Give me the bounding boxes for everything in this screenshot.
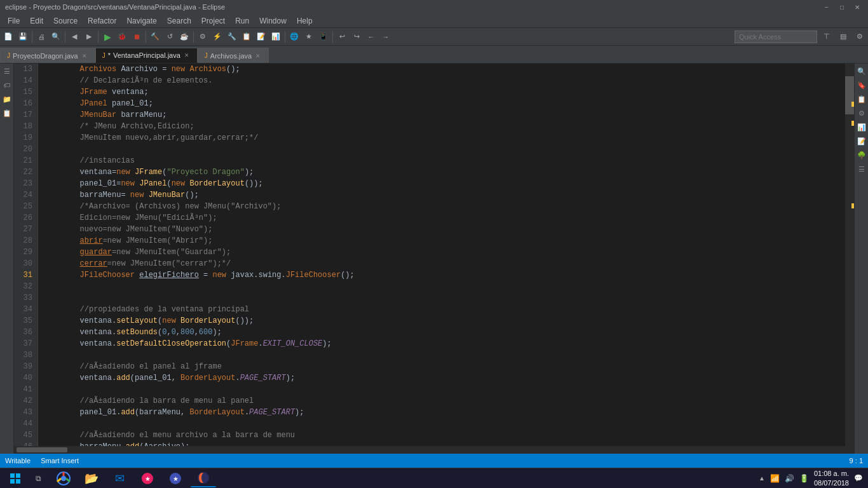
tray-battery[interactable]: 🔋 — [799, 474, 809, 483]
line-num: 15 — [17, 86, 32, 98]
line-num: 25 — [17, 201, 32, 212]
menu-refactor[interactable]: Refactor — [83, 14, 121, 28]
quick-access-input[interactable] — [735, 30, 817, 43]
taskbar-date-text: 08/07/2018 — [814, 478, 849, 487]
toolbar-print[interactable]: 🖨 — [34, 30, 48, 44]
notification-icon[interactable]: 💬 — [854, 474, 863, 482]
right-icon-8[interactable]: ☰ — [857, 164, 867, 174]
status-writable: Writable — [5, 457, 31, 464]
toolbar-view1[interactable]: ⊤ — [820, 30, 834, 44]
right-icon-7[interactable]: 🌳 — [857, 150, 867, 160]
taskbar-eclipse[interactable] — [191, 470, 216, 487]
menu-source[interactable]: Source — [48, 14, 83, 28]
toolbar-prev[interactable]: ◀ — [67, 30, 81, 44]
h-scrollbar[interactable] — [14, 446, 854, 454]
menu-edit[interactable]: Edit — [25, 14, 48, 28]
toolbar-world[interactable]: 🌐 — [287, 30, 301, 44]
right-icon-1[interactable]: 🔍 — [857, 66, 867, 76]
toolbar-misc3[interactable]: 🔧 — [225, 30, 239, 44]
toolbar-misc5[interactable]: 📝 — [254, 30, 268, 44]
line-num: 44 — [17, 418, 32, 430]
toolbar-view3[interactable]: ⚙ — [853, 30, 867, 44]
task-view-button[interactable]: ⧉ — [28, 470, 48, 487]
toolbar-arrow-back[interactable]: ↩ — [335, 30, 349, 44]
menu-navigate[interactable]: Navigate — [121, 14, 161, 28]
menu-file[interactable]: File — [3, 14, 25, 28]
line-num: 34 — [17, 304, 32, 315]
toolbar-build[interactable]: 🔨 — [148, 30, 162, 44]
code-line-46: barraMenu.add(Aarchivo); — [43, 441, 840, 446]
gutter-icon-2[interactable]: 🏷 — [2, 80, 12, 90]
toolbar-view2[interactable]: ▤ — [836, 30, 850, 44]
right-icon-6[interactable]: 📝 — [857, 136, 867, 146]
toolbar-save[interactable]: 💾 — [16, 30, 30, 44]
tray-network[interactable]: 📶 — [770, 474, 780, 483]
toolbar-debug[interactable]: 🐞 — [115, 30, 129, 44]
right-icon-3[interactable]: 📋 — [857, 94, 867, 104]
tray-volume[interactable]: 🔊 — [785, 474, 794, 483]
close-button[interactable]: ✕ — [851, 1, 863, 13]
right-icon-5[interactable]: 📊 — [857, 122, 867, 132]
taskbar-mail[interactable]: ✉ — [107, 470, 132, 487]
status-writable-text: Writable — [5, 457, 31, 464]
taskbar-star1[interactable]: ★ — [135, 470, 160, 487]
toolbar-ref1[interactable]: ↺ — [163, 30, 177, 44]
toolbar-next[interactable]: ▶ — [82, 30, 96, 44]
code-content[interactable]: Archivos Aarchivo = new Archivos(); // D… — [38, 64, 845, 446]
maximize-button[interactable]: □ — [836, 1, 848, 13]
line-num: 43 — [17, 407, 32, 418]
toolbar-ref2[interactable]: ☕ — [177, 30, 191, 44]
right-icon-4[interactable]: ⚙ — [857, 108, 867, 118]
toolbar-run[interactable]: ▶ — [100, 30, 114, 44]
toolbar-sep-3 — [98, 31, 98, 43]
toolbar-undo[interactable]: ← — [364, 30, 378, 44]
code-line-43: panel_01.add(barraMenu, BorderLayout.PAG… — [43, 407, 840, 418]
toolbar-misc7[interactable]: ★ — [302, 30, 316, 44]
tab-close-0[interactable]: ✕ — [81, 52, 88, 60]
tab-proyectodragon[interactable]: J ProyectoDragon.java ✕ — [0, 48, 95, 63]
toolbar-misc2[interactable]: ⚡ — [210, 30, 224, 44]
tab-archivos[interactable]: J Archivos.java ✕ — [198, 48, 269, 63]
toolbar-misc6[interactable]: 📊 — [269, 30, 283, 44]
gutter-icon-3[interactable]: 📁 — [2, 94, 12, 104]
scroll-marker-1 — [851, 102, 854, 107]
toolbar-new[interactable]: 📄 — [1, 30, 15, 44]
menu-search[interactable]: Search — [162, 14, 196, 28]
taskbar-chrome[interactable] — [51, 470, 76, 487]
code-line-38 — [43, 349, 840, 361]
taskbar-clock[interactable]: 01:08 a. m. 08/07/2018 — [814, 469, 849, 487]
status-bar: Writable Smart Insert 9 : 1 — [0, 454, 868, 468]
minimize-button[interactable]: − — [821, 1, 832, 13]
toolbar-misc1[interactable]: ⚙ — [196, 30, 210, 44]
toolbar-search[interactable]: 🔍 — [49, 30, 63, 44]
code-line-27: nuevo=new JMenuItem("Nuevo"); — [43, 224, 840, 235]
scrollbar-area[interactable] — [845, 64, 854, 446]
toolbar-arrow-fwd[interactable]: ↪ — [349, 30, 363, 44]
menu-window[interactable]: Window — [254, 14, 292, 28]
gutter-icon-1[interactable]: ☰ — [2, 66, 12, 76]
tab-close-2[interactable]: ✕ — [254, 52, 262, 60]
menu-help[interactable]: Help — [292, 14, 318, 28]
menu-project[interactable]: Project — [196, 14, 230, 28]
toolbar-sep-4 — [146, 31, 146, 43]
tray-arrow[interactable]: ▲ — [759, 475, 765, 482]
tab-ventanaprincipal[interactable]: J * VentanaPrincipal.java ✕ — [95, 48, 198, 63]
line-num: 33 — [17, 292, 32, 304]
toolbar-misc8[interactable]: 📱 — [316, 30, 330, 44]
gutter-icon-4[interactable]: 📋 — [2, 108, 12, 118]
star1-icon: ★ — [141, 472, 154, 485]
taskbar-explorer[interactable]: 📂 — [79, 470, 104, 487]
toolbar-misc4[interactable]: 📋 — [240, 30, 254, 44]
svg-rect-3 — [16, 479, 20, 484]
toolbar-redo[interactable]: → — [379, 30, 393, 44]
tab-close-1[interactable]: ✕ — [183, 51, 191, 59]
taskbar-star2[interactable]: ★ — [163, 470, 188, 487]
line-num: 19 — [17, 132, 32, 144]
right-icon-2[interactable]: 🔖 — [857, 80, 867, 90]
line-num: 13 — [17, 64, 32, 75]
toolbar-sep-7 — [332, 31, 333, 43]
toolbar-stop[interactable]: ◼ — [130, 30, 144, 44]
start-button[interactable] — [5, 470, 25, 487]
menu-run[interactable]: Run — [230, 14, 254, 28]
line-num: 36 — [17, 327, 32, 338]
